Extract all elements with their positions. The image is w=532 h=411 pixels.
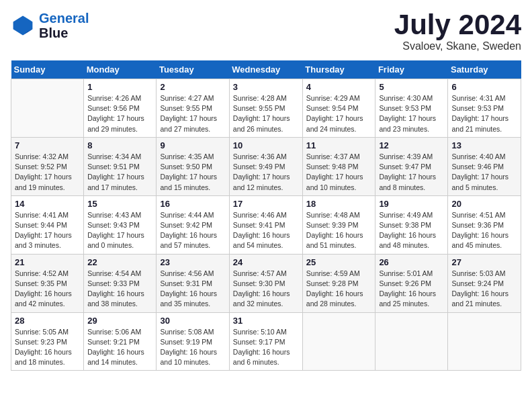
logo: General Blue [11,11,89,40]
day-number: 1 [87,82,152,92]
logo-line2: Blue [39,26,89,40]
calendar-cell: 22Sunrise: 4:54 AM Sunset: 9:33 PM Dayli… [84,254,157,312]
day-info: Sunrise: 4:59 AM Sunset: 9:28 PM Dayligh… [306,269,372,310]
calendar-cell: 8Sunrise: 4:34 AM Sunset: 9:51 PM Daylig… [84,137,157,195]
day-info: Sunrise: 4:40 AM Sunset: 9:46 PM Dayligh… [451,152,517,193]
calendar-cell: 13Sunrise: 4:40 AM Sunset: 9:46 PM Dayli… [448,137,521,195]
calendar-cell [11,79,84,138]
calendar-cell: 30Sunrise: 5:08 AM Sunset: 9:19 PM Dayli… [157,312,229,371]
weekday-header: Thursday [302,60,375,79]
title-block: July 2024 Svaloev, Skane, Sweden [394,11,521,52]
day-number: 13 [451,140,517,150]
calendar-cell: 15Sunrise: 4:43 AM Sunset: 9:43 PM Dayli… [84,195,157,254]
calendar-cell [448,312,521,371]
day-number: 12 [379,140,444,150]
weekday-header: Wednesday [229,60,302,79]
calendar-cell: 26Sunrise: 5:01 AM Sunset: 9:26 PM Dayli… [375,254,448,312]
day-info: Sunrise: 4:32 AM Sunset: 9:52 PM Dayligh… [15,152,80,193]
day-number: 14 [15,199,80,209]
day-info: Sunrise: 4:36 AM Sunset: 9:49 PM Dayligh… [233,152,299,193]
day-number: 18 [306,199,372,209]
calendar-cell: 11Sunrise: 4:37 AM Sunset: 9:48 PM Dayli… [302,137,375,195]
calendar-cell: 12Sunrise: 4:39 AM Sunset: 9:47 PM Dayli… [375,137,448,195]
day-number: 5 [379,82,444,92]
logo-line1: General [39,11,89,26]
day-info: Sunrise: 4:54 AM Sunset: 9:33 PM Dayligh… [87,269,152,310]
day-info: Sunrise: 4:28 AM Sunset: 9:55 PM Dayligh… [233,93,299,134]
calendar-cell [375,312,448,371]
day-info: Sunrise: 4:37 AM Sunset: 9:48 PM Dayligh… [306,152,372,193]
calendar-cell: 14Sunrise: 4:41 AM Sunset: 9:44 PM Dayli… [11,195,84,254]
day-info: Sunrise: 4:31 AM Sunset: 9:53 PM Dayligh… [451,93,517,134]
day-info: Sunrise: 4:26 AM Sunset: 9:56 PM Dayligh… [87,93,152,134]
day-number: 31 [233,316,299,326]
day-info: Sunrise: 5:06 AM Sunset: 9:21 PM Dayligh… [87,327,152,368]
day-number: 21 [15,257,80,267]
day-info: Sunrise: 5:01 AM Sunset: 9:26 PM Dayligh… [379,269,444,310]
day-number: 4 [306,82,372,92]
weekday-header: Monday [84,60,157,79]
calendar-cell: 3Sunrise: 4:28 AM Sunset: 9:55 PM Daylig… [229,79,302,138]
calendar-header-row: SundayMondayTuesdayWednesdayThursdayFrid… [11,60,521,79]
day-number: 9 [160,140,225,150]
day-number: 22 [87,257,152,267]
day-info: Sunrise: 4:39 AM Sunset: 9:47 PM Dayligh… [379,152,444,193]
day-info: Sunrise: 4:43 AM Sunset: 9:43 PM Dayligh… [87,210,152,251]
calendar-cell: 16Sunrise: 4:44 AM Sunset: 9:42 PM Dayli… [157,195,229,254]
day-number: 26 [379,257,444,267]
page-header: General Blue July 2024 Svaloev, Skane, S… [11,11,521,52]
day-number: 25 [306,257,372,267]
day-info: Sunrise: 4:41 AM Sunset: 9:44 PM Dayligh… [15,210,80,251]
day-number: 28 [15,316,80,326]
day-number: 11 [306,140,372,150]
day-number: 30 [160,316,225,326]
day-number: 17 [233,199,299,209]
weekday-header: Friday [375,60,448,79]
day-number: 6 [451,82,517,92]
day-number: 15 [87,199,152,209]
calendar-cell: 9Sunrise: 4:35 AM Sunset: 9:50 PM Daylig… [157,137,229,195]
logo-text: General Blue [39,11,89,40]
calendar-week-row: 1Sunrise: 4:26 AM Sunset: 9:56 PM Daylig… [11,79,521,138]
calendar-cell: 29Sunrise: 5:06 AM Sunset: 9:21 PM Dayli… [84,312,157,371]
calendar-cell: 19Sunrise: 4:49 AM Sunset: 9:38 PM Dayli… [375,195,448,254]
calendar-week-row: 7Sunrise: 4:32 AM Sunset: 9:52 PM Daylig… [11,137,521,195]
weekday-header: Saturday [448,60,521,79]
calendar-cell: 1Sunrise: 4:26 AM Sunset: 9:56 PM Daylig… [84,79,157,138]
day-info: Sunrise: 4:27 AM Sunset: 9:55 PM Dayligh… [160,93,225,134]
day-number: 16 [160,199,225,209]
calendar-cell: 10Sunrise: 4:36 AM Sunset: 9:49 PM Dayli… [229,137,302,195]
weekday-header: Sunday [11,60,84,79]
day-info: Sunrise: 4:30 AM Sunset: 9:53 PM Dayligh… [379,93,444,134]
calendar-cell: 25Sunrise: 4:59 AM Sunset: 9:28 PM Dayli… [302,254,375,312]
day-info: Sunrise: 5:08 AM Sunset: 9:19 PM Dayligh… [160,327,225,368]
calendar-cell [302,312,375,371]
day-info: Sunrise: 5:10 AM Sunset: 9:17 PM Dayligh… [233,327,299,368]
day-number: 23 [160,257,225,267]
day-number: 29 [87,316,152,326]
calendar-cell: 6Sunrise: 4:31 AM Sunset: 9:53 PM Daylig… [448,79,521,138]
location: Svaloev, Skane, Sweden [394,40,521,52]
calendar-cell: 17Sunrise: 4:46 AM Sunset: 9:41 PM Dayli… [229,195,302,254]
day-info: Sunrise: 4:46 AM Sunset: 9:41 PM Dayligh… [233,210,299,251]
day-info: Sunrise: 4:56 AM Sunset: 9:31 PM Dayligh… [160,269,225,310]
calendar-cell: 4Sunrise: 4:29 AM Sunset: 9:54 PM Daylig… [302,79,375,138]
calendar-week-row: 14Sunrise: 4:41 AM Sunset: 9:44 PM Dayli… [11,195,521,254]
day-number: 3 [233,82,299,92]
calendar-table: SundayMondayTuesdayWednesdayThursdayFrid… [11,60,521,371]
day-number: 7 [15,140,80,150]
calendar-cell: 7Sunrise: 4:32 AM Sunset: 9:52 PM Daylig… [11,137,84,195]
calendar-week-row: 21Sunrise: 4:52 AM Sunset: 9:35 PM Dayli… [11,254,521,312]
day-number: 10 [233,140,299,150]
calendar-cell: 21Sunrise: 4:52 AM Sunset: 9:35 PM Dayli… [11,254,84,312]
calendar-cell: 28Sunrise: 5:05 AM Sunset: 9:23 PM Dayli… [11,312,84,371]
day-info: Sunrise: 4:35 AM Sunset: 9:50 PM Dayligh… [160,152,225,193]
day-info: Sunrise: 5:03 AM Sunset: 9:24 PM Dayligh… [451,269,517,310]
day-number: 20 [451,199,517,209]
day-number: 2 [160,82,225,92]
weekday-header: Tuesday [157,60,229,79]
day-info: Sunrise: 4:51 AM Sunset: 9:36 PM Dayligh… [451,210,517,251]
calendar-cell: 18Sunrise: 4:48 AM Sunset: 9:39 PM Dayli… [302,195,375,254]
calendar-cell: 24Sunrise: 4:57 AM Sunset: 9:30 PM Dayli… [229,254,302,312]
logo-icon [11,13,35,38]
